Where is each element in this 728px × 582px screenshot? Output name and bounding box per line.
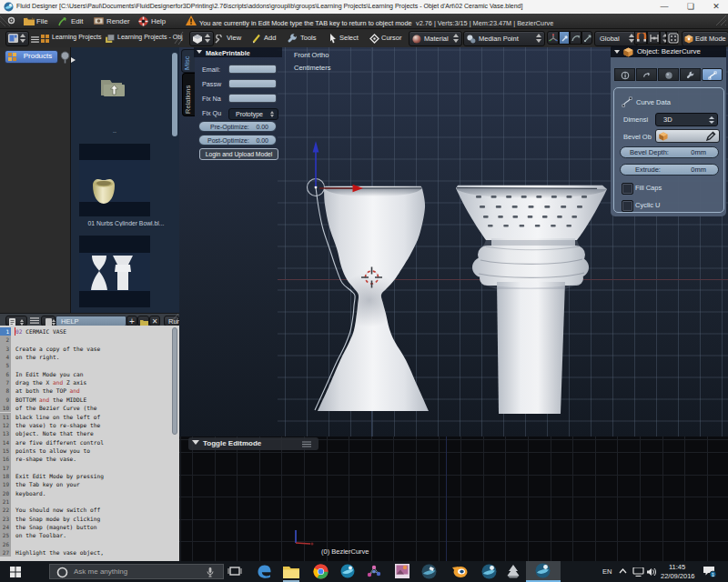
planet-icon[interactable]: [481, 564, 497, 579]
restore-button[interactable]: ❏: [677, 0, 704, 14]
menu-select[interactable]: Select: [339, 34, 359, 42]
hamburger-icon[interactable]: [31, 36, 39, 43]
properties-header[interactable]: Object: BezierCurve: [611, 45, 726, 57]
network-icon[interactable]: [632, 567, 644, 577]
parent-folder-icon[interactable]: [101, 77, 126, 99]
area-grip[interactable]: [174, 31, 184, 46]
inkscape-icon[interactable]: [506, 565, 521, 578]
shelf-tab-relations[interactable]: Relations: [182, 73, 195, 116]
close-button[interactable]: ✕: [703, 0, 728, 14]
products-button[interactable]: Products: [5, 50, 58, 64]
tab-curve[interactable]: [702, 68, 723, 81]
extrude-slider[interactable]: Extrude: 0mm: [620, 164, 719, 176]
photos-icon[interactable]: [395, 564, 410, 578]
pre-optimize-slider[interactable]: Pre-Optimize: 0.00: [198, 121, 277, 132]
manipulator-scale-button[interactable]: [581, 31, 593, 45]
corner-grip-left[interactable]: [0, 15, 11, 27]
texteditor-hamburger-icon[interactable]: [30, 317, 39, 324]
dimensions-dropdown[interactable]: 3D: [655, 113, 718, 126]
unlink-text-button[interactable]: ✕: [149, 316, 160, 326]
active-app-button[interactable]: [526, 561, 561, 582]
breadcrumb-current[interactable]: Learning Projects - Obj: [117, 34, 183, 40]
breadcrumb-learning-projects[interactable]: Learning Projects: [52, 34, 101, 40]
menu-render[interactable]: Render: [106, 16, 130, 27]
explorer-icon[interactable]: [283, 565, 299, 578]
quality-dropdown[interactable]: Prototype: [228, 108, 278, 120]
mode-button[interactable]: Edit Mode: [682, 31, 728, 46]
parent-folder-label[interactable]: ..: [108, 127, 121, 134]
text-name-field[interactable]: HELP: [56, 316, 126, 326]
texteditor-content[interactable]: 102 CERMAIC VASE23Create a copy of the v…: [0, 326, 179, 561]
editor-type-button[interactable]: [5, 31, 29, 46]
makeprintable-header[interactable]: MakePrintable: [194, 47, 282, 57]
menu-add[interactable]: Add: [264, 34, 276, 42]
email-field[interactable]: [228, 65, 277, 74]
menu-view[interactable]: View: [227, 34, 241, 42]
control-point[interactable]: [315, 186, 318, 189]
pivot-dropdown[interactable]: Median Point: [463, 31, 545, 46]
login-upload-button[interactable]: Login and Upload Model: [199, 148, 278, 160]
open-text-button[interactable]: [137, 316, 149, 326]
menu-file[interactable]: File: [36, 16, 48, 27]
media-globe-icon[interactable]: [340, 564, 355, 578]
tray-chevron-icon[interactable]: [619, 568, 627, 574]
snap-element-button[interactable]: [647, 31, 660, 45]
post-optimize-slider[interactable]: Post-Optimize: 0.00: [198, 135, 277, 146]
filebrowser-editor-icon: [8, 34, 18, 43]
manipulator-translate-button[interactable]: [559, 31, 571, 45]
toggle-editmode-panel[interactable]: Toggle Editmode: [188, 437, 318, 450]
snap-stepper-button[interactable]: [660, 31, 666, 45]
clock-date[interactable]: 22/09/2016: [661, 572, 695, 580]
proportional-editing-button[interactable]: [666, 31, 678, 45]
panel-collapse-arrow[interactable]: [192, 440, 199, 445]
texteditor-type-button[interactable]: [5, 316, 27, 326]
shading-dropdown[interactable]: Material: [409, 31, 462, 46]
panel-drag-icon[interactable]: [302, 441, 311, 447]
blender-icon[interactable]: [451, 564, 468, 578]
menu-tools[interactable]: Tools: [300, 34, 317, 42]
chrome-icon[interactable]: [313, 564, 329, 579]
tab-object[interactable]: [636, 68, 657, 81]
molecule-icon[interactable]: [366, 564, 382, 578]
clock-time[interactable]: 11:45: [669, 563, 685, 571]
bevel-depth-slider[interactable]: Bevel Depth: 0mm: [620, 146, 719, 158]
minimize-button[interactable]: —: [651, 0, 678, 14]
texteditor-corner-grip[interactable]: [169, 314, 179, 325]
panel-collapse-arrow[interactable]: [197, 50, 202, 54]
cyclic-u-checkbox[interactable]: [622, 200, 633, 212]
pin-icon[interactable]: [60, 51, 70, 65]
shelf-tab-misc[interactable]: Misc: [181, 49, 195, 73]
task-view-icon[interactable]: [228, 565, 242, 577]
sketch-globe-icon[interactable]: [421, 564, 437, 579]
menu-edit[interactable]: Edit: [71, 16, 83, 27]
password-field[interactable]: [228, 79, 277, 88]
tab-material[interactable]: [658, 68, 679, 81]
bevel-object-field[interactable]: [655, 129, 720, 143]
fixname-field[interactable]: [228, 94, 277, 103]
snap-toggle-button[interactable]: [634, 31, 647, 45]
menu-help[interactable]: Help: [151, 16, 166, 27]
notification-icon[interactable]: 1: [703, 566, 716, 577]
menu-cursor[interactable]: Cursor: [381, 34, 402, 42]
file-item-bowl[interactable]: [79, 144, 150, 216]
edge-icon[interactable]: [257, 564, 272, 579]
corner-grip[interactable]: [715, 15, 727, 27]
orientation-dropdown[interactable]: Global: [594, 31, 638, 46]
fill-caps-checkbox[interactable]: [622, 183, 633, 195]
tab-modifier[interactable]: [680, 68, 701, 81]
filebrowser-scrollbar[interactable]: [172, 53, 177, 136]
file-item-vase[interactable]: [79, 236, 150, 307]
manipulator-translate-axes-button[interactable]: [547, 31, 559, 45]
texteditor-scrollbar[interactable]: [172, 327, 177, 435]
eyedropper-icon[interactable]: [706, 131, 716, 141]
new-text-button[interactable]: +: [126, 316, 137, 326]
datablock-icon-button[interactable]: [41, 316, 56, 326]
viewport-editor-type-button[interactable]: [189, 31, 214, 46]
region-expand-arrow-left[interactable]: [71, 57, 76, 63]
viewport-bottom[interactable]: Toggle Editmode (0) BezierCurve: [179, 436, 728, 561]
language-indicator[interactable]: EN: [602, 567, 612, 576]
manipulator-rotate-button[interactable]: [570, 31, 581, 45]
volume-icon[interactable]: [647, 567, 657, 577]
tab-info[interactable]: [614, 68, 635, 81]
panel-collapse-arrow[interactable]: [614, 50, 620, 54]
